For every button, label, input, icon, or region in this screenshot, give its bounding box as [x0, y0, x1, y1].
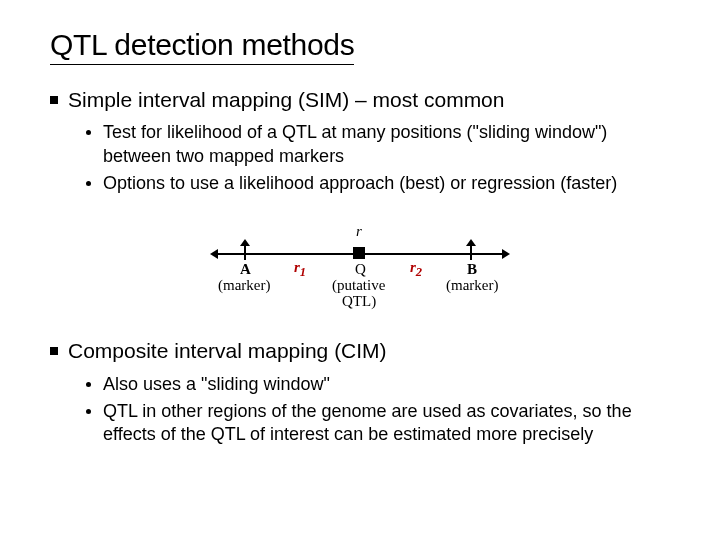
section-cim: Composite interval mapping (CIM) Also us… — [50, 338, 670, 446]
slide-title: QTL detection methods — [50, 28, 354, 65]
sub-text: Also uses a "sliding window" — [103, 373, 330, 396]
label-q: Q — [355, 261, 366, 278]
section-sim-heading: Simple interval mapping (SIM) – most com… — [50, 87, 670, 113]
heading-text: Simple interval mapping (SIM) – most com… — [68, 87, 504, 113]
q-marker-icon — [353, 247, 365, 259]
dot-bullet-icon — [86, 382, 91, 387]
label-marker-b: (marker) — [446, 277, 498, 294]
label-a: A — [240, 261, 251, 278]
label-putative: (putative — [332, 277, 385, 294]
sub-text: Options to use a likelihood approach (be… — [103, 172, 617, 195]
square-bullet-icon — [50, 347, 58, 355]
label-qtl: QTL) — [342, 293, 376, 310]
tick-marker-b-icon — [470, 246, 472, 260]
dot-bullet-icon — [86, 409, 91, 414]
list-item: Also uses a "sliding window" — [86, 373, 670, 396]
dot-bullet-icon — [86, 130, 91, 135]
label-b: B — [467, 261, 477, 278]
sub-text: QTL in other regions of the genome are u… — [103, 400, 670, 447]
square-bullet-icon — [50, 96, 58, 104]
heading-text: Composite interval mapping (CIM) — [68, 338, 387, 364]
label-r: r — [356, 223, 362, 240]
section-sim: Simple interval mapping (SIM) – most com… — [50, 87, 670, 195]
section-cim-heading: Composite interval mapping (CIM) — [50, 338, 670, 364]
list-item: Options to use a likelihood approach (be… — [86, 172, 670, 195]
list-item: Test for likelihood of a QTL at many pos… — [86, 121, 670, 168]
sub-text: Test for likelihood of a QTL at many pos… — [103, 121, 670, 168]
interval-diagram: r r1 r2 A (marker) Q (putative QTL) B (m… — [50, 215, 670, 310]
label-r1: r1 — [294, 259, 306, 280]
dot-bullet-icon — [86, 181, 91, 186]
cim-sublist: Also uses a "sliding window" QTL in othe… — [50, 373, 670, 447]
tick-marker-a-icon — [244, 246, 246, 260]
label-r2: r2 — [410, 259, 422, 280]
sim-sublist: Test for likelihood of a QTL at many pos… — [50, 121, 670, 195]
list-item: QTL in other regions of the genome are u… — [86, 400, 670, 447]
label-marker-a: (marker) — [218, 277, 270, 294]
